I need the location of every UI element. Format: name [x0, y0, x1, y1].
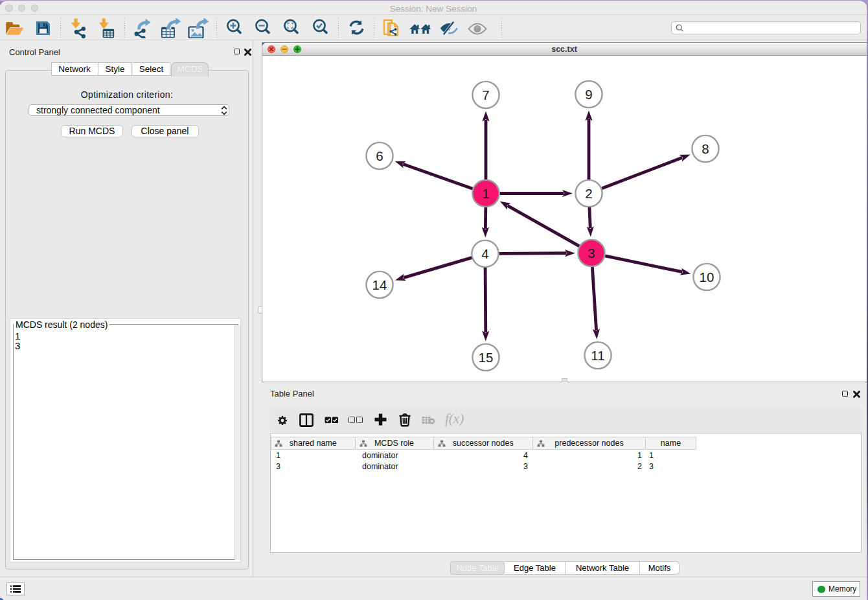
svg-text:8: 8 — [702, 141, 709, 156]
svg-text:2: 2 — [585, 185, 592, 200]
svg-text:6: 6 — [376, 148, 383, 163]
svg-text:1: 1 — [482, 185, 489, 200]
svg-text:11: 11 — [591, 347, 604, 362]
svg-text:10: 10 — [700, 269, 714, 284]
svg-text:15: 15 — [479, 349, 494, 364]
svg-text:4: 4 — [481, 246, 488, 260]
svg-text:7: 7 — [482, 87, 489, 102]
svg-text:9: 9 — [585, 86, 592, 101]
svg-text:14: 14 — [372, 277, 387, 292]
svg-text:3: 3 — [588, 245, 595, 260]
